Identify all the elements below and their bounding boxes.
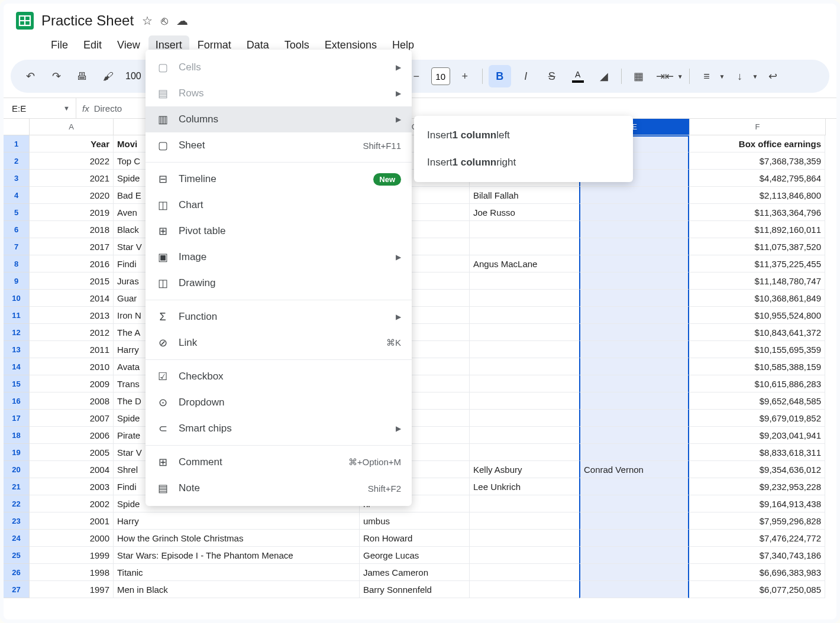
cell[interactable] — [579, 392, 689, 410]
cell[interactable]: 2015 — [30, 272, 114, 290]
cell[interactable] — [579, 547, 689, 564]
cell[interactable]: $4,482,795,864 — [689, 170, 825, 187]
document-title[interactable]: Practice Sheet — [41, 12, 134, 29]
cell[interactable] — [470, 564, 580, 581]
formula-input[interactable]: Directo — [94, 103, 122, 113]
cell[interactable] — [470, 324, 580, 341]
cell[interactable]: $9,164,913,438 — [689, 495, 825, 512]
cell[interactable]: 2011 — [30, 341, 114, 358]
row-header[interactable]: 24 — [4, 530, 30, 547]
row-header[interactable]: 15 — [4, 375, 30, 392]
cell[interactable]: $10,155,695,359 — [689, 341, 825, 358]
row-header[interactable]: 19 — [4, 444, 30, 461]
cell[interactable]: Titanic — [114, 564, 360, 581]
cell[interactable]: Box office earnings — [689, 135, 825, 152]
cell[interactable] — [579, 341, 689, 358]
insert-menu-item-drawing[interactable]: ◫Drawing — [146, 270, 412, 296]
cell[interactable]: Barry Sonnenfeld — [360, 581, 470, 598]
cell[interactable] — [470, 410, 580, 427]
row-header[interactable]: 20 — [4, 461, 30, 478]
row-header[interactable]: 16 — [4, 392, 30, 410]
row-header[interactable]: 17 — [4, 410, 30, 427]
insert-menu-item-link[interactable]: ⊘Link⌘K — [146, 330, 412, 356]
cell[interactable]: 2010 — [30, 358, 114, 375]
cell[interactable]: $6,077,250,085 — [689, 581, 825, 598]
row-header[interactable]: 4 — [4, 187, 30, 204]
cell[interactable] — [579, 530, 689, 547]
row-header[interactable]: 27 — [4, 581, 30, 598]
row-header[interactable]: 9 — [4, 272, 30, 290]
merge-cells-button[interactable]: ⇥⇤ — [654, 65, 676, 87]
cell[interactable]: Kelly Asbury — [470, 461, 580, 478]
cell[interactable]: $10,585,388,159 — [689, 358, 825, 375]
cell[interactable]: 2016 — [30, 255, 114, 272]
cell[interactable] — [579, 495, 689, 512]
row-header[interactable]: 2 — [4, 152, 30, 170]
cell[interactable]: umbus — [360, 512, 470, 530]
font-size-increase[interactable]: + — [454, 65, 476, 87]
row-header[interactable]: 13 — [4, 341, 30, 358]
cell[interactable] — [579, 255, 689, 272]
cell[interactable] — [579, 375, 689, 392]
redo-button[interactable]: ↷ — [45, 65, 67, 87]
row-header[interactable]: 5 — [4, 204, 30, 221]
cell[interactable]: $10,955,524,800 — [689, 307, 825, 324]
move-icon[interactable]: ⎋ — [161, 14, 168, 28]
cell[interactable] — [470, 392, 580, 410]
cell[interactable] — [579, 512, 689, 530]
zoom-select[interactable]: 100 — [123, 71, 144, 82]
row-header[interactable]: 11 — [4, 307, 30, 324]
cell[interactable]: 2009 — [30, 375, 114, 392]
cell[interactable]: $11,363,364,796 — [689, 204, 825, 221]
print-button[interactable]: 🖶 — [71, 65, 93, 87]
cell[interactable]: 2001 — [30, 512, 114, 530]
cell[interactable]: Angus MacLane — [470, 255, 580, 272]
cell[interactable] — [579, 204, 689, 221]
bold-button[interactable]: B — [489, 65, 511, 87]
cell[interactable] — [470, 530, 580, 547]
cell[interactable]: 2020 — [30, 187, 114, 204]
row-header[interactable]: 8 — [4, 255, 30, 272]
cell[interactable]: 2005 — [30, 444, 114, 461]
insert-menu-item-checkbox[interactable]: ☑Checkbox — [146, 364, 412, 390]
cell[interactable]: 1999 — [30, 547, 114, 564]
cell[interactable] — [579, 427, 689, 444]
insert-menu-item-dropdown[interactable]: ⊙Dropdown — [146, 390, 412, 416]
cell[interactable] — [470, 444, 580, 461]
insert-menu-item-comment[interactable]: ⊞Comment⌘+Option+M — [146, 449, 412, 475]
borders-button[interactable]: ▦ — [628, 65, 650, 87]
cell[interactable]: $10,843,641,372 — [689, 324, 825, 341]
cell[interactable]: $7,368,738,359 — [689, 152, 825, 170]
cell[interactable]: $11,148,780,747 — [689, 272, 825, 290]
insert-menu-item-chart[interactable]: ◫Chart — [146, 192, 412, 218]
cell[interactable] — [470, 221, 580, 238]
cell[interactable]: 1997 — [30, 581, 114, 598]
cell[interactable]: Bilall Fallah — [470, 187, 580, 204]
undo-button[interactable]: ↶ — [19, 65, 41, 87]
cell[interactable]: $9,203,041,941 — [689, 427, 825, 444]
row-header[interactable]: 21 — [4, 478, 30, 495]
row-header[interactable]: 7 — [4, 238, 30, 255]
insert-menu-item-smart-chips[interactable]: ⊂Smart chips▶ — [146, 416, 412, 442]
cell[interactable]: Star Wars: Episode I - The Phantom Menac… — [114, 547, 360, 564]
cell[interactable]: 2004 — [30, 461, 114, 478]
row-header[interactable]: 10 — [4, 290, 30, 307]
cell[interactable]: 2006 — [30, 427, 114, 444]
insert-menu-item-timeline[interactable]: ⊟TimelineNew — [146, 166, 412, 192]
cell[interactable] — [470, 547, 580, 564]
cell[interactable]: $11,375,225,455 — [689, 255, 825, 272]
cell[interactable] — [470, 495, 580, 512]
cell[interactable]: 2012 — [30, 324, 114, 341]
menu-edit[interactable]: Edit — [76, 35, 109, 55]
cell[interactable]: $11,075,387,520 — [689, 238, 825, 255]
submenu-item[interactable]: Insert 1 column right — [414, 149, 633, 176]
cell[interactable] — [470, 358, 580, 375]
cell[interactable]: 2017 — [30, 238, 114, 255]
cell[interactable]: $10,615,886,283 — [689, 375, 825, 392]
insert-menu-item-columns[interactable]: ▥Columns▶ — [146, 106, 412, 132]
cell[interactable]: 2018 — [30, 221, 114, 238]
cell[interactable]: $9,652,648,585 — [689, 392, 825, 410]
insert-menu-item-sheet[interactable]: ▢SheetShift+F11 — [146, 132, 412, 158]
insert-menu-item-pivot-table[interactable]: ⊞Pivot table — [146, 218, 412, 244]
row-header[interactable]: 23 — [4, 512, 30, 530]
